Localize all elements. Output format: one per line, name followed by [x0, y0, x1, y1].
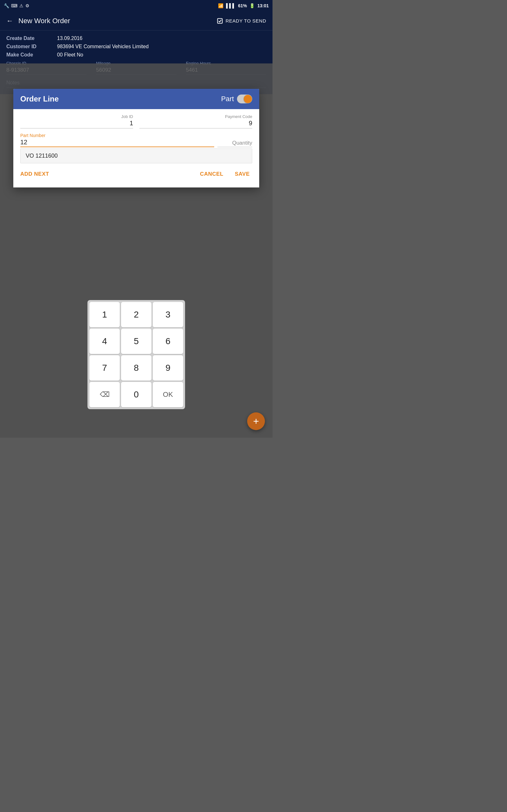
ready-to-send-button[interactable]: READY TO SEND — [217, 18, 266, 24]
create-date-row: Create Date 13.09.2016 — [6, 36, 266, 41]
dialog-header: Order Line Part — [13, 89, 259, 109]
make-code-row: Make Code 00 Fleet No — [6, 52, 266, 58]
part-number-row: Part Number Quantity — [20, 133, 252, 147]
page-title: New Work Order — [18, 17, 217, 25]
part-number-input-row: Quantity — [20, 139, 252, 147]
numpad-key-2[interactable]: 2 — [121, 302, 152, 327]
numpad-key-3[interactable]: 3 — [153, 302, 183, 327]
numpad-key-5[interactable]: 5 — [121, 328, 152, 354]
status-bar-left: 🔧 ⌨ ⚠ ⚙ — [4, 3, 30, 8]
back-button[interactable]: ← — [6, 17, 13, 25]
job-id-label: Job ID — [20, 114, 133, 119]
battery-label: 61% — [238, 3, 247, 8]
create-date-label: Create Date — [6, 36, 57, 41]
status-bar-right: 📶 ▌▌▌ 61% 🔋 13:01 — [218, 3, 269, 8]
numpad-key-0[interactable]: 0 — [121, 382, 152, 407]
dialog-type: Part — [221, 95, 252, 103]
wifi-icon: 📶 — [218, 3, 223, 8]
status-bar: 🔧 ⌨ ⚠ ⚙ 📶 ▌▌▌ 61% 🔋 13:01 — [0, 0, 273, 11]
toggle-knob — [244, 95, 252, 103]
numpad-ok-button[interactable]: OK — [153, 382, 183, 407]
svg-rect-0 — [217, 18, 222, 23]
dialog-body: Job ID Payment Code Part Number Quantity… — [13, 109, 259, 188]
payment-code-input[interactable] — [139, 119, 252, 129]
create-date-value: 13.09.2016 — [57, 36, 82, 41]
time-display: 13:01 — [257, 3, 269, 8]
numpad-key-8[interactable]: 8 — [121, 355, 152, 380]
numpad-key-9[interactable]: 9 — [153, 355, 183, 380]
quantity-label: Quantity — [217, 140, 252, 147]
numpad-key-7[interactable]: 7 — [89, 355, 120, 380]
signal-icon: ▌▌▌ — [226, 3, 235, 8]
settings-icon: ⚙ — [25, 3, 30, 8]
dialog-right-actions: CANCEL SAVE — [198, 168, 252, 180]
autocomplete-dropdown: VO 1211600 — [20, 148, 252, 163]
wrench-icon: 🔧 — [4, 3, 9, 8]
dialog-title: Order Line — [20, 95, 59, 103]
payment-code-field: Payment Code — [139, 114, 252, 129]
dialog-type-label: Part — [221, 95, 234, 103]
fab-add-button[interactable]: + — [247, 412, 265, 430]
ready-to-send-label: READY TO SEND — [226, 18, 266, 23]
dialog-actions: ADD NEXT CANCEL SAVE — [20, 166, 252, 181]
battery-icon: 🔋 — [249, 3, 255, 8]
order-line-dialog: Order Line Part Job ID Payment Code Part… — [13, 89, 259, 188]
numpad: 1 2 3 4 5 6 7 8 9 ⌫ 0 OK — [88, 300, 185, 409]
numpad-key-4[interactable]: 4 — [89, 328, 120, 354]
top-nav: ← New Work Order READY TO SEND — [0, 11, 273, 31]
customer-id-label: Customer ID — [6, 44, 57, 49]
make-code-label: Make Code — [6, 52, 57, 58]
job-payment-row: Job ID Payment Code — [20, 114, 252, 129]
part-number-input[interactable] — [20, 139, 214, 147]
payment-code-label: Payment Code — [139, 114, 252, 119]
warning-icon: ⚠ — [19, 3, 23, 8]
numpad-backspace-button[interactable]: ⌫ — [89, 382, 120, 407]
numpad-key-6[interactable]: 6 — [153, 328, 183, 354]
autocomplete-item[interactable]: VO 1211600 — [20, 149, 252, 163]
part-toggle[interactable] — [237, 95, 252, 103]
save-button[interactable]: SAVE — [232, 168, 252, 180]
job-id-input[interactable] — [20, 119, 133, 129]
customer-id-row: Customer ID 983694 VE Commercial Vehicle… — [6, 44, 266, 49]
cancel-button[interactable]: CANCEL — [198, 168, 226, 180]
add-next-button[interactable]: ADD NEXT — [20, 168, 49, 180]
numpad-key-1[interactable]: 1 — [89, 302, 120, 327]
numpad-container: 1 2 3 4 5 6 7 8 9 ⌫ 0 OK — [88, 300, 185, 409]
keyboard-icon: ⌨ — [11, 3, 17, 8]
job-id-field: Job ID — [20, 114, 133, 129]
customer-id-value: 983694 VE Commercial Vehicles Limited — [57, 44, 149, 49]
make-code-value: 00 Fleet No — [57, 52, 83, 58]
part-number-label: Part Number — [20, 133, 252, 138]
checkbox-icon — [217, 18, 223, 24]
